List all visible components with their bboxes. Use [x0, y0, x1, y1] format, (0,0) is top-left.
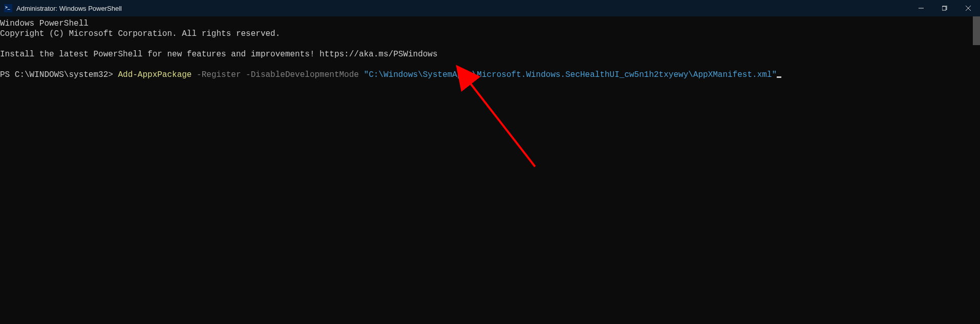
powershell-icon — [4, 4, 12, 12]
svg-rect-2 — [942, 7, 946, 11]
banner-line-1: Windows PowerShell — [0, 19, 89, 28]
window-title: Administrator: Windows PowerShell — [16, 5, 122, 12]
minimize-button[interactable] — [909, 0, 933, 16]
param-register: -Register — [191, 70, 241, 79]
titlebar[interactable]: Administrator: Windows PowerShell — [0, 0, 980, 16]
cmdlet-name: Add-AppxPackage — [118, 70, 191, 79]
close-button[interactable] — [956, 0, 980, 16]
prompt-text: PS C:\WINDOWS\system32> — [0, 70, 118, 79]
window-controls — [909, 0, 980, 16]
param-disabledevmode: -DisableDevelopmentMode — [241, 70, 358, 79]
maximize-button[interactable] — [933, 0, 956, 16]
scrollbar-thumb[interactable] — [973, 16, 980, 45]
terminal-content[interactable]: Windows PowerShell Copyright (C) Microso… — [0, 16, 980, 324]
banner-line-2: Copyright (C) Microsoft Corporation. All… — [0, 29, 280, 38]
text-cursor — [777, 76, 781, 78]
install-hint-line: Install the latest PowerShell for new fe… — [0, 50, 438, 59]
command-line: PS C:\WINDOWS\system32> Add-AppxPackage … — [0, 70, 781, 79]
path-string: "C:\Windows\SystemApps\Microsoft.Windows… — [359, 70, 777, 79]
